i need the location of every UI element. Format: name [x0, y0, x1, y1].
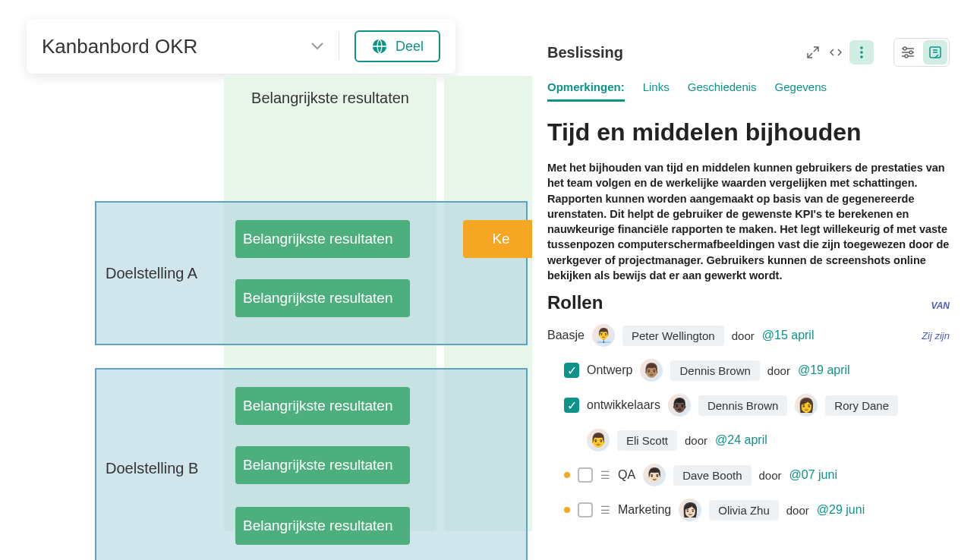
settings-icon[interactable] — [896, 40, 920, 64]
panel-header: Beslissing — [547, 38, 950, 67]
lane-label: Doelstelling B — [106, 460, 198, 477]
globe-icon — [371, 38, 388, 55]
avatar[interactable]: 👨🏻 — [643, 464, 666, 486]
name-chip[interactable]: Eli Scott — [617, 430, 677, 451]
name-chip[interactable]: Peter Wellington — [622, 326, 724, 346]
bullet-icon — [564, 507, 570, 513]
expand-icon[interactable] — [804, 43, 822, 61]
name-chip[interactable]: Dennis Brown — [698, 395, 787, 416]
more-icon[interactable] — [849, 40, 874, 64]
panel-title: Beslissing — [547, 44, 804, 61]
van-label: VAN — [931, 300, 950, 311]
svg-point-2 — [860, 51, 863, 54]
door-label: door — [759, 469, 782, 482]
list-icon: ☰ — [600, 469, 610, 481]
edit-icon[interactable] — [923, 40, 947, 64]
kr-card[interactable]: Belangrijkste resultaten — [235, 220, 410, 258]
divider — [339, 33, 339, 60]
tab-history[interactable]: Geschiedenis — [688, 80, 757, 102]
door-label: door — [767, 364, 790, 377]
date: @29 juni — [817, 503, 865, 517]
role-row-marketing: ☰ Marketing 👩🏻 Olivia Zhu door @29 juni — [547, 499, 950, 521]
role-label: Baasje — [547, 329, 585, 342]
role-row-dev-2: 👨 Eli Scott door @24 april — [547, 429, 950, 451]
column-header: Belangrijkste resultaten — [224, 76, 436, 121]
orange-card[interactable]: Ke — [463, 220, 539, 258]
role-row-owner: Baasje 👨‍💼 Peter Wellington door @15 apr… — [547, 324, 950, 347]
door-label: door — [685, 434, 707, 447]
bullet-icon — [564, 472, 570, 478]
date: @07 juni — [789, 468, 837, 482]
tab-links[interactable]: Links — [643, 80, 670, 102]
role-row-dev: ✓ ontwikkelaars 👨🏿 Dennis Brown 👩 Rory D… — [547, 394, 950, 417]
avatar[interactable]: 👩 — [795, 394, 818, 417]
name-chip[interactable]: Rory Dane — [825, 395, 898, 416]
role-row-qa: ☰ QA 👨🏻 Dave Booth door @07 juni — [547, 464, 950, 486]
role-label: Marketing — [618, 503, 671, 517]
avatar[interactable]: 👨 — [587, 429, 610, 451]
svg-point-3 — [860, 55, 863, 58]
page-title: Kanbanbord OKR — [42, 35, 311, 58]
view-toggle-group — [893, 38, 950, 67]
svg-point-1 — [860, 46, 863, 49]
checkbox-checked-icon[interactable]: ✓ — [564, 363, 579, 378]
avatar[interactable]: 👩🏻 — [679, 499, 701, 521]
tabs: Opmerkingen: Links Geschiedenis Gegevens — [547, 80, 950, 102]
checkbox-checked-icon[interactable]: ✓ — [564, 398, 579, 413]
tab-data[interactable]: Gegevens — [775, 80, 827, 102]
content-title: Tijd en middelen bijhouden — [547, 118, 950, 146]
svg-point-5 — [909, 51, 912, 54]
content-description: Met het bijhouden van tijd en middelen k… — [547, 160, 950, 283]
checkbox-empty-icon[interactable] — [578, 467, 593, 483]
roles-header: Rollen VAN — [547, 292, 950, 313]
name-chip[interactable]: Dennis Brown — [670, 360, 759, 381]
svg-point-6 — [905, 55, 908, 58]
code-icon[interactable] — [827, 43, 845, 61]
name-chip[interactable]: Dave Booth — [673, 465, 751, 486]
kr-card[interactable]: Belangrijkste resultaten — [235, 507, 410, 545]
date: @24 april — [715, 433, 767, 447]
header-card: Kanbanbord OKR Deel — [27, 19, 455, 74]
chevron-down-icon[interactable] — [311, 39, 323, 53]
detail-panel: Beslissing Opmerkingen: Links — [532, 30, 980, 533]
checkbox-empty-icon[interactable] — [578, 502, 593, 518]
share-button[interactable]: Deel — [355, 30, 440, 62]
roles-title: Rollen — [547, 292, 603, 313]
list-icon: ☰ — [600, 504, 610, 516]
date: @15 april — [762, 329, 815, 342]
avatar[interactable]: 👨‍💼 — [592, 324, 615, 347]
lane-label: Doelstelling A — [106, 265, 197, 282]
avatar[interactable]: 👨🏽 — [640, 359, 663, 382]
panel-toolbar — [804, 38, 950, 67]
kr-card[interactable]: Belangrijkste resultaten — [235, 279, 410, 317]
role-label: QA — [618, 468, 635, 482]
role-label: ontwikkelaars — [587, 398, 660, 412]
role-row-design: ✓ Ontwerp 👨🏽 Dennis Brown door @19 april — [547, 359, 950, 382]
svg-point-4 — [903, 47, 906, 50]
date: @19 april — [798, 363, 850, 377]
avatar[interactable]: 👨🏿 — [668, 394, 691, 417]
door-label: door — [786, 504, 809, 517]
kr-card[interactable]: Belangrijkste resultaten — [235, 446, 410, 484]
name-chip[interactable]: Olivia Zhu — [709, 500, 779, 521]
zij-label: Zij zijn — [922, 330, 950, 341]
role-label: Ontwerp — [587, 363, 632, 377]
kr-card[interactable]: Belangrijkste resultaten — [235, 387, 410, 425]
tab-comments[interactable]: Opmerkingen: — [547, 80, 625, 102]
door-label: door — [732, 329, 755, 342]
share-label: Deel — [395, 39, 424, 55]
